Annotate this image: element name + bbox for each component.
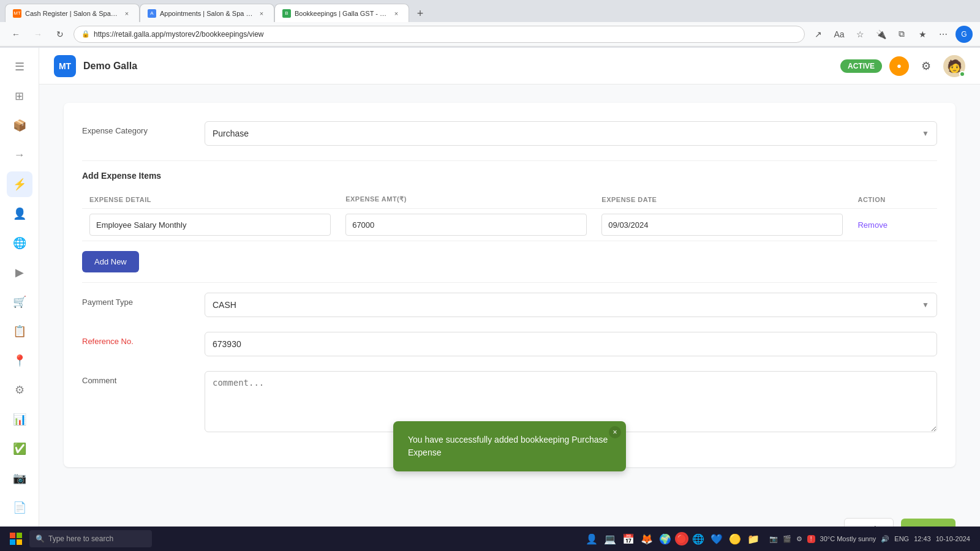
- sidebar-item-user[interactable]: 👤: [7, 201, 32, 227]
- app-name: Demo Galla: [83, 61, 137, 72]
- sidebar-item-play[interactable]: ▶: [7, 260, 32, 285]
- bookmark-icon[interactable]: ☆: [851, 26, 869, 43]
- taskbar-volume-icon: 🔊: [881, 535, 889, 543]
- taskbar-icons: 👤 💻 📅 🦊 🌍 🔴 🌐 💙 🟡 📁: [583, 530, 762, 547]
- expense-table-head: EXPENSE DETAIL EXPENSE AMT(₹) EXPENSE DA…: [82, 190, 937, 209]
- toast-close-button[interactable]: ×: [609, 426, 621, 438]
- extension-icon[interactable]: 🔌: [872, 26, 889, 43]
- taskbar-time: 12:43: [914, 535, 931, 542]
- divider-1: [82, 160, 937, 161]
- col-header-action: ACTION: [850, 190, 937, 209]
- svg-rect-1: [17, 533, 22, 538]
- url-text: https://retail.galla.app/mystorev2/bookk…: [94, 30, 263, 39]
- remove-expense-button[interactable]: Remove: [858, 220, 887, 230]
- expense-category-wrapper: Purchase ▼: [205, 121, 937, 146]
- sidebar-item-camera[interactable]: 📷: [7, 465, 32, 491]
- taskbar-icon-10[interactable]: 📁: [745, 530, 762, 547]
- sidebar-item-checklist[interactable]: ✅: [7, 436, 32, 462]
- payment-type-label: Payment Type: [82, 293, 192, 307]
- address-bar[interactable]: 🔒 https://retail.galla.app/mystorev2/boo…: [74, 26, 805, 43]
- sidebar-item-cart[interactable]: 🛒: [7, 289, 32, 315]
- active-badge: ACTIVE: [840, 59, 882, 73]
- taskbar-icon-6[interactable]: 🔴: [675, 532, 688, 545]
- sidebar-item-dashboard[interactable]: ⊞: [7, 83, 32, 109]
- taskbar-camera-icon: 📷: [769, 535, 778, 543]
- expense-action-cell: Remove: [850, 209, 937, 241]
- add-new-button[interactable]: Add New: [82, 251, 139, 272]
- sidebar-item-inventory[interactable]: 📦: [7, 113, 32, 138]
- external-link-icon[interactable]: ↗: [810, 26, 827, 43]
- table-row: Remove: [82, 209, 937, 241]
- expense-category-select[interactable]: Purchase ▼: [205, 121, 937, 146]
- taskbar-icon-8[interactable]: 💙: [708, 530, 725, 547]
- payment-type-select[interactable]: CASH ▼: [205, 293, 937, 317]
- col-header-date: EXPENSE DATE: [594, 190, 850, 209]
- comment-label: Comment: [82, 371, 192, 385]
- refresh-button[interactable]: ↻: [51, 26, 69, 43]
- tab-favicon-1: MT: [13, 9, 21, 18]
- more-icon[interactable]: ⋯: [935, 26, 952, 43]
- expense-detail-input[interactable]: [89, 214, 331, 236]
- back-nav-button[interactable]: ←: [7, 26, 24, 43]
- avatar[interactable]: 🧑: [943, 55, 965, 77]
- tab-favicon-2: A: [148, 9, 156, 18]
- taskbar-settings-icon: ⚙: [796, 535, 802, 543]
- expense-date-cell: [594, 209, 850, 241]
- taskbar-icon-5[interactable]: 🌍: [657, 530, 674, 547]
- taskbar: 🔍 Type here to search 👤 💻 📅 🦊 🌍 🔴 🌐 💙 🟡 …: [0, 527, 980, 551]
- taskbar-date: 10-10-2024: [936, 535, 970, 542]
- expense-table: EXPENSE DETAIL EXPENSE AMT(₹) EXPENSE DA…: [82, 190, 937, 241]
- browser-tab-1[interactable]: MT Cash Register | Salon & Spa Man... ×: [5, 4, 140, 22]
- read-mode-icon[interactable]: Aa: [831, 26, 848, 43]
- taskbar-icon-3[interactable]: 📅: [620, 530, 637, 547]
- reference-no-input[interactable]: [205, 332, 937, 356]
- col-header-detail: EXPENSE DETAIL: [82, 190, 338, 209]
- taskbar-temperature: 30°C Mostly sunny: [820, 535, 876, 542]
- sidebar-item-settings[interactable]: ⚙: [7, 377, 32, 403]
- sidebar-item-location[interactable]: 📍: [7, 348, 32, 373]
- profile-icon[interactable]: G: [956, 26, 973, 43]
- toolbar-actions: ↗ Aa ☆ 🔌 ⧉ ★ ⋯ G: [810, 26, 973, 43]
- payment-chevron-icon: ▼: [922, 301, 929, 309]
- settings-button[interactable]: ⚙: [916, 56, 936, 76]
- add-expense-title: Add Expense Items: [82, 171, 937, 181]
- tab-close-1[interactable]: ×: [122, 9, 132, 18]
- taskbar-icon-1[interactable]: 👤: [583, 530, 600, 547]
- sidebar-item-globe[interactable]: 🌐: [7, 230, 32, 256]
- toast-message: You have successfully added bookkeeping …: [408, 435, 608, 457]
- sidebar-item-analytics[interactable]: 📊: [7, 407, 32, 432]
- expense-detail-cell: [82, 209, 338, 241]
- browser-tab-2[interactable]: A Appointments | Salon & Spa Man... ×: [140, 4, 274, 22]
- sidebar-item-document[interactable]: 📄: [7, 495, 32, 520]
- favorites-icon[interactable]: ★: [914, 26, 931, 43]
- taskbar-search-text: Type here to search: [48, 534, 113, 543]
- forward-nav-button[interactable]: →: [29, 26, 47, 43]
- tab-close-3[interactable]: ×: [391, 9, 401, 18]
- notification-button[interactable]: ●: [889, 56, 909, 76]
- start-button[interactable]: [5, 530, 27, 548]
- sidebar-item-bookkeeping[interactable]: ⚡: [7, 171, 32, 197]
- browser-tab-3[interactable]: B Bookkeepings | Galla GST - Inven... ×: [274, 4, 409, 22]
- avatar-status: [959, 71, 965, 77]
- taskbar-icon-7[interactable]: 🌐: [690, 530, 707, 547]
- expense-amount-input[interactable]: [345, 214, 587, 236]
- taskbar-icon-2[interactable]: 💻: [601, 530, 619, 547]
- taskbar-search[interactable]: 🔍 Type here to search: [29, 530, 152, 547]
- app-container: ☰ ⊞ 📦 → ⚡ 👤 🌐 ▶ 🛒 📋 📍 ⚙ 📊 ✅ 📷 📄 MT Demo …: [0, 48, 980, 551]
- toast-notification: × You have successfully added bookkeepin…: [393, 421, 626, 471]
- expense-date-input[interactable]: [601, 214, 843, 236]
- chevron-down-icon: ▼: [922, 129, 929, 138]
- taskbar-icon-4[interactable]: 🦊: [638, 530, 655, 547]
- taskbar-sys: 📷 🎬 ⚙ ! 30°C Mostly sunny 🔊 ENG 12:43 10…: [764, 535, 975, 543]
- taskbar-icon-9[interactable]: 🟡: [726, 530, 744, 547]
- split-view-icon[interactable]: ⧉: [893, 26, 910, 43]
- sidebar-item-menu[interactable]: ☰: [7, 54, 32, 80]
- expense-amount-cell: [338, 209, 594, 241]
- new-tab-button[interactable]: +: [412, 5, 429, 22]
- sidebar-item-reports[interactable]: 📋: [7, 318, 32, 344]
- expense-category-label: Expense Category: [82, 121, 192, 135]
- tab-title-1: Cash Register | Salon & Spa Man...: [25, 10, 118, 17]
- svg-rect-0: [10, 533, 15, 538]
- sidebar-item-arrow[interactable]: →: [7, 142, 32, 168]
- tab-close-2[interactable]: ×: [257, 9, 266, 18]
